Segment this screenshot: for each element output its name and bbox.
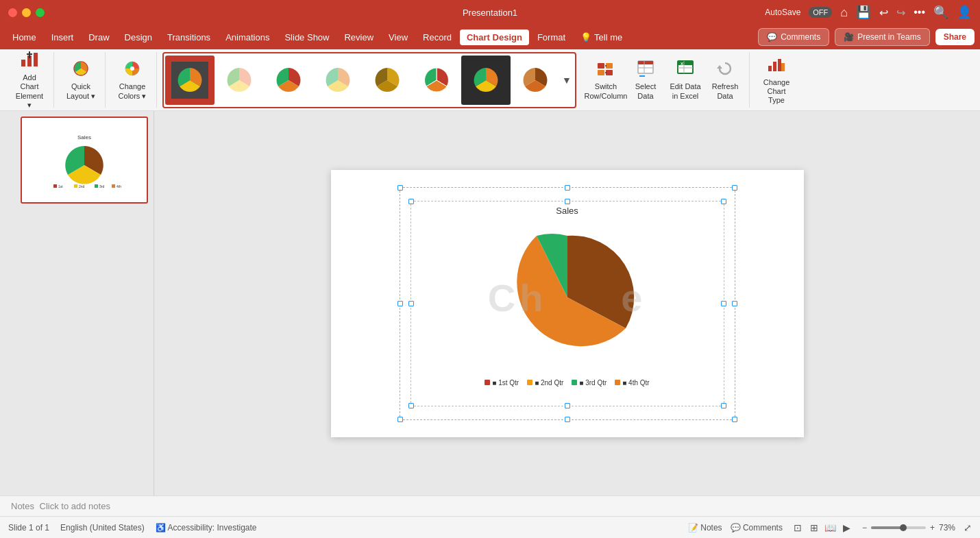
chart-style-4[interactable] bbox=[313, 56, 363, 105]
chart-title: Sales bbox=[411, 206, 724, 216]
chart-style-1[interactable] bbox=[165, 56, 215, 105]
comments-status-btn[interactable]: 💬 Comments bbox=[731, 523, 783, 533]
canvas-area: Sales Ch e bbox=[154, 111, 980, 496]
slide-thumbnail[interactable]: Sales 1st 2nd 3rd 4th bbox=[21, 117, 148, 204]
comment-icon: 💬 bbox=[767, 32, 777, 42]
slide-canvas: Sales Ch e bbox=[331, 170, 804, 437]
ribbon-section-layout: QuickLayout ▾ bbox=[57, 52, 106, 108]
notes-status-btn[interactable]: 📝 Notes bbox=[688, 523, 722, 533]
resize-handle-mr[interactable] bbox=[732, 301, 737, 306]
comments-button[interactable]: 💬 Comments bbox=[758, 28, 829, 46]
inner-handle-tm[interactable] bbox=[565, 199, 570, 204]
change-colors-label: ChangeColors ▾ bbox=[119, 82, 147, 100]
chart-style-6[interactable] bbox=[412, 56, 461, 105]
menu-draw[interactable]: Draw bbox=[82, 29, 116, 45]
reading-view-icon[interactable]: 📖 bbox=[824, 521, 837, 535]
quick-layout-button[interactable]: QuickLayout ▾ bbox=[62, 54, 99, 106]
svg-rect-29 bbox=[781, 63, 785, 71]
resize-handle-tr[interactable] bbox=[732, 185, 737, 191]
inner-handle-tr[interactable] bbox=[721, 199, 726, 204]
menu-transitions[interactable]: Transitions bbox=[160, 29, 217, 45]
undo-icon[interactable]: ↩ bbox=[879, 6, 888, 19]
save-icon[interactable]: 💾 bbox=[856, 5, 871, 20]
chart-style-3[interactable] bbox=[264, 56, 313, 105]
chart-style-8[interactable] bbox=[511, 56, 560, 105]
menu-review[interactable]: Review bbox=[337, 29, 380, 45]
select-data-button[interactable]: SelectData bbox=[627, 54, 664, 106]
svg-rect-31 bbox=[53, 184, 57, 188]
present-in-teams-button[interactable]: 🎥 Present in Teams bbox=[835, 28, 930, 46]
more-icon[interactable]: ••• bbox=[914, 6, 925, 19]
window-controls[interactable] bbox=[8, 8, 45, 17]
change-chart-type-label: ChangeChart Type bbox=[761, 78, 792, 106]
inner-handle-bm[interactable] bbox=[565, 403, 570, 408]
svg-rect-16 bbox=[638, 61, 653, 64]
accessibility-icon: ♿ bbox=[156, 523, 166, 533]
menu-slideshow[interactable]: Slide Show bbox=[278, 29, 336, 45]
redo-icon[interactable]: ↪ bbox=[896, 6, 905, 19]
zoom-fill bbox=[871, 526, 901, 529]
chart-style-7[interactable] bbox=[461, 56, 511, 105]
zoom-slider[interactable] bbox=[871, 526, 926, 529]
menu-record[interactable]: Record bbox=[416, 29, 458, 45]
view-icons: ⊡ ⊞ 📖 ▶ bbox=[791, 521, 854, 535]
slides-panel: 1 Sales 1st 2nd bbox=[0, 111, 154, 496]
resize-handle-tl[interactable] bbox=[397, 185, 403, 191]
inner-handle-bl[interactable] bbox=[408, 403, 414, 408]
change-chart-type-button[interactable]: ChangeChart Type bbox=[758, 54, 795, 106]
inner-handle-tl[interactable] bbox=[408, 199, 414, 204]
menu-chart-design[interactable]: Chart Design bbox=[460, 29, 529, 45]
close-button[interactable] bbox=[8, 8, 17, 17]
chart-container[interactable]: Sales Ch e bbox=[400, 187, 735, 420]
tell-me-button[interactable]: 💡 Tell me bbox=[574, 29, 629, 45]
resize-handle-bm[interactable] bbox=[565, 417, 570, 422]
notes-bar[interactable]: Notes Click to add notes bbox=[0, 496, 980, 516]
normal-view-icon[interactable]: ⊡ bbox=[791, 521, 805, 535]
svg-text:X: X bbox=[681, 62, 683, 66]
zoom-out-icon[interactable]: − bbox=[862, 523, 867, 533]
menu-animations[interactable]: Animations bbox=[219, 29, 276, 45]
notes-placeholder: Notes bbox=[11, 501, 34, 511]
menu-right-buttons: 💬 Comments 🎥 Present in Teams Share bbox=[758, 28, 975, 46]
menu-bar: Home Insert Draw Design Transitions Anim… bbox=[0, 25, 980, 49]
zoom-level: 73% bbox=[939, 523, 955, 533]
menu-insert[interactable]: Insert bbox=[45, 29, 81, 45]
people-icon[interactable]: 👤 bbox=[957, 5, 972, 20]
inner-handle-br[interactable] bbox=[721, 403, 726, 408]
chart-style-5[interactable] bbox=[363, 56, 412, 105]
minimize-button[interactable] bbox=[22, 8, 31, 17]
resize-handle-bl[interactable] bbox=[397, 417, 403, 422]
share-button[interactable]: Share bbox=[935, 29, 975, 45]
resize-handle-tm[interactable] bbox=[565, 185, 570, 191]
zoom-in-icon[interactable]: + bbox=[930, 523, 935, 533]
search-icon[interactable]: 🔍 bbox=[933, 5, 948, 20]
chart-styles-gallery: ▼ bbox=[162, 52, 576, 108]
presenter-view-icon[interactable]: ▶ bbox=[840, 521, 854, 535]
menu-format[interactable]: Format bbox=[530, 29, 572, 45]
accessibility-info: ♿ Accessibility: Investigate bbox=[156, 523, 257, 533]
refresh-data-label: RefreshData bbox=[712, 82, 739, 100]
switch-row-column-button[interactable]: SwitchRow/Column bbox=[587, 54, 624, 106]
gallery-next-arrow[interactable]: ▼ bbox=[560, 56, 574, 105]
resize-handle-ml[interactable] bbox=[397, 301, 403, 306]
svg-rect-14 bbox=[606, 70, 613, 75]
resize-handle-br[interactable] bbox=[732, 417, 737, 422]
switch-label: SwitchRow/Column bbox=[585, 82, 628, 100]
menu-home[interactable]: Home bbox=[5, 29, 43, 45]
refresh-icon bbox=[715, 59, 735, 81]
home-icon[interactable]: ⌂ bbox=[840, 5, 848, 20]
refresh-data-button[interactable]: RefreshData bbox=[707, 54, 744, 106]
slide-sorter-icon[interactable]: ⊞ bbox=[807, 521, 821, 535]
maximize-button[interactable] bbox=[36, 8, 45, 17]
chart-style-2[interactable] bbox=[215, 56, 264, 105]
menu-design[interactable]: Design bbox=[118, 29, 159, 45]
autosave-toggle[interactable]: OFF bbox=[809, 7, 832, 18]
quick-layout-label: QuickLayout ▾ bbox=[66, 82, 95, 100]
add-chart-element-button[interactable]: Add ChartElement ▾ bbox=[11, 54, 48, 106]
fit-window-icon[interactable]: ⤢ bbox=[964, 522, 972, 533]
change-colors-button[interactable]: ChangeColors ▾ bbox=[114, 54, 151, 106]
menu-view[interactable]: View bbox=[382, 29, 415, 45]
ribbon-section-add: Add ChartElement ▾ bbox=[5, 52, 54, 108]
legend-item-2: ■ 2nd Qtr bbox=[527, 379, 563, 387]
edit-data-excel-button[interactable]: X Edit Datain Excel bbox=[667, 54, 704, 106]
